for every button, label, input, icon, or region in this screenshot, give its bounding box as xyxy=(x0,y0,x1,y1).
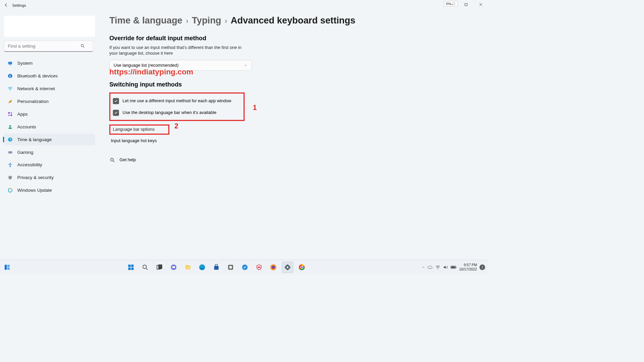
svg-rect-25 xyxy=(7,265,10,267)
folder-icon xyxy=(184,264,192,270)
chevron-up-icon xyxy=(422,265,425,269)
user-account-box[interactable] xyxy=(4,16,95,37)
window-title: Settings xyxy=(12,3,26,7)
taskbar-app-2[interactable] xyxy=(239,261,250,273)
taskbar-notification-badge[interactable]: 1 xyxy=(480,264,485,270)
taskbar-mcafee[interactable] xyxy=(254,261,265,273)
breadcrumb: Time & language › Typing › Advanced keyb… xyxy=(109,15,478,26)
brush-icon xyxy=(7,98,14,105)
back-button[interactable] xyxy=(2,1,10,9)
sidebar-item-bluetooth[interactable]: Bluetooth & devices xyxy=(4,70,95,82)
wifi-icon xyxy=(7,85,14,92)
app-icon xyxy=(227,264,234,270)
dropdown-value: Use language list (recommended) xyxy=(114,63,178,68)
svg-line-22 xyxy=(113,161,114,162)
svg-rect-28 xyxy=(131,264,133,267)
svg-point-53 xyxy=(301,266,303,268)
close-icon xyxy=(479,3,482,6)
breadcrumb-time-language[interactable]: Time & language xyxy=(109,15,182,26)
maximize-button[interactable] xyxy=(459,0,473,9)
taskbar-chrome[interactable] xyxy=(296,261,307,273)
apps-icon xyxy=(7,111,14,118)
svg-point-10 xyxy=(10,90,10,91)
taskbar-volume[interactable] xyxy=(443,264,448,269)
sidebar-item-gaming[interactable]: Gaming xyxy=(4,146,95,158)
chevron-right-icon: › xyxy=(225,17,227,25)
update-icon xyxy=(7,187,14,194)
input-language-hotkeys-link[interactable]: Input language hot keys xyxy=(111,138,478,143)
sidebar-item-label: Apps xyxy=(17,111,28,117)
taskbar-wifi[interactable] xyxy=(435,264,440,269)
svg-rect-11 xyxy=(8,112,10,114)
svg-rect-30 xyxy=(131,267,133,270)
svg-line-32 xyxy=(146,268,148,270)
speaker-icon xyxy=(443,264,448,269)
search-input[interactable] xyxy=(4,41,93,52)
taskbar-chat[interactable] xyxy=(168,261,179,273)
taskbar-time: 9:57 PM xyxy=(459,263,477,267)
sidebar-item-time-language[interactable]: Time & language xyxy=(4,134,95,145)
svg-rect-24 xyxy=(5,265,7,270)
taskbar-battery[interactable] xyxy=(450,265,457,269)
taskbar-onedrive[interactable] xyxy=(428,264,433,269)
sidebar-item-network[interactable]: Network & internet xyxy=(4,83,95,95)
sidebar-item-label: Accessibility xyxy=(17,162,42,168)
sidebar-item-label: Network & internet xyxy=(17,86,55,92)
sidebar-item-personalization[interactable]: Personalization xyxy=(4,96,95,107)
taskbar-settings[interactable] xyxy=(282,261,293,273)
svg-rect-39 xyxy=(214,266,218,269)
taskbar-widgets[interactable] xyxy=(2,261,13,273)
svg-point-54 xyxy=(437,268,438,269)
breadcrumb-typing[interactable]: Typing xyxy=(192,15,221,26)
taskbar-explorer[interactable] xyxy=(182,261,193,273)
taskbar-tray-chevron[interactable] xyxy=(422,265,425,269)
firefox-icon xyxy=(270,263,277,270)
close-button[interactable] xyxy=(473,0,488,9)
widgets-icon xyxy=(4,264,10,270)
checkbox-label: Let me use a different input method for … xyxy=(122,99,231,104)
taskbar-store[interactable] xyxy=(211,261,222,273)
sidebar-item-privacy[interactable]: Privacy & security xyxy=(4,172,95,183)
annotation-box-1: Let me use a different input method for … xyxy=(109,93,245,121)
sidebar-item-label: Personalization xyxy=(17,99,49,104)
taskbar-search[interactable] xyxy=(140,261,151,273)
sidebar-item-system[interactable]: System xyxy=(4,57,95,69)
checkbox-row-per-app[interactable]: Let me use a different input method for … xyxy=(113,98,240,104)
get-help-link[interactable]: ? Get help xyxy=(110,158,478,163)
language-bar-options-link[interactable]: Language bar options xyxy=(113,127,155,132)
svg-rect-2 xyxy=(465,3,467,6)
annotation-box-2: Language bar options xyxy=(109,124,169,134)
sidebar-item-label: Bluetooth & devices xyxy=(17,73,58,79)
svg-rect-56 xyxy=(451,266,455,268)
svg-rect-34 xyxy=(159,265,162,268)
maximize-icon xyxy=(465,3,468,6)
chevron-right-icon: › xyxy=(186,17,188,25)
taskbar-app-1[interactable] xyxy=(225,261,236,273)
taskbar-firefox[interactable] xyxy=(268,261,279,273)
svg-point-5 xyxy=(81,45,84,47)
sidebar-item-accessibility[interactable]: Accessibility xyxy=(4,159,95,171)
get-help-label: Get help xyxy=(119,158,136,163)
checkbox-label: Use the desktop language bar when it's a… xyxy=(122,110,216,115)
windows-icon xyxy=(127,263,135,270)
sidebar-item-apps[interactable]: Apps xyxy=(4,108,95,120)
taskbar-date: 10/17/2022 xyxy=(459,267,477,272)
taskbar-clock[interactable]: 9:57 PM 10/17/2022 xyxy=(459,263,477,271)
checkbox-row-language-bar[interactable]: Use the desktop language bar when it's a… xyxy=(113,110,240,116)
sidebar-item-label: Accounts xyxy=(17,124,36,129)
battery-icon xyxy=(450,265,457,269)
svg-rect-13 xyxy=(8,115,10,116)
person-icon xyxy=(7,123,14,130)
sidebar-item-accounts[interactable]: Accounts xyxy=(4,121,95,133)
sidebar-item-update[interactable]: Windows Update xyxy=(4,184,95,196)
taskbar-edge[interactable] xyxy=(197,261,208,273)
taskbar-start[interactable] xyxy=(125,261,137,273)
globe-clock-icon xyxy=(7,136,14,143)
wifi-icon xyxy=(435,264,440,269)
taskbar-taskview[interactable] xyxy=(154,261,165,273)
sidebar-item-label: Time & language xyxy=(17,137,52,142)
minimize-button[interactable] xyxy=(444,0,459,9)
svg-point-19 xyxy=(10,163,11,164)
bluetooth-icon xyxy=(7,72,14,79)
minimize-icon xyxy=(450,3,453,6)
